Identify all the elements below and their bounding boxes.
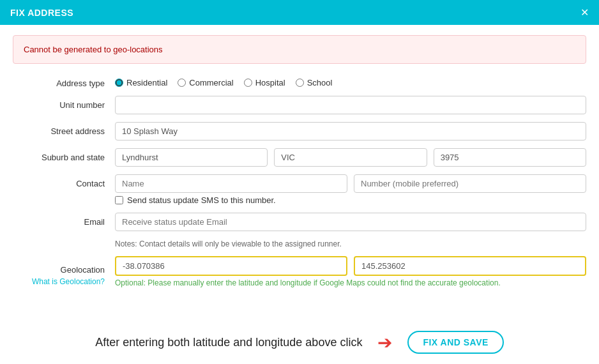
radio-residential[interactable]: Residential [115, 78, 167, 87]
modal-header: FIX ADDRESS ✕ [0, 0, 599, 25]
suburb-state-row: Suburb and state [13, 148, 586, 167]
suburb-state-control [115, 148, 586, 167]
email-row: Email [13, 213, 586, 231]
state-input[interactable] [274, 148, 427, 167]
sms-checkbox[interactable] [115, 196, 123, 204]
email-input[interactable] [115, 213, 586, 231]
fix-and-save-button[interactable]: FIX AND SAVE [407, 331, 503, 354]
geolocation-label: Geolocation [13, 261, 105, 275]
sms-label: Send status update SMS to this number. [127, 195, 276, 205]
modal-title: FIX ADDRESS [10, 8, 73, 18]
email-control [115, 213, 586, 231]
contact-row: Contact Send status update SMS to this n… [13, 174, 586, 205]
contact-inputs [115, 174, 586, 193]
contact-control: Send status update SMS to this number. [115, 174, 586, 205]
notes-control: Notes: Contact details will only be view… [115, 239, 586, 248]
unit-number-label: Unit number [13, 96, 115, 110]
suburb-input[interactable] [115, 148, 268, 167]
address-type-row: Address type Residential Commercial Hosp… [13, 74, 586, 88]
address-type-group: Residential Commercial Hospital School [115, 74, 586, 87]
street-address-row: Street address [13, 122, 586, 140]
sms-checkbox-row: Send status update SMS to this number. [115, 193, 586, 205]
longitude-input[interactable] [354, 256, 586, 276]
longitude-wrapper [354, 256, 586, 276]
fix-address-modal: FIX ADDRESS ✕ Cannot be generated to geo… [0, 0, 599, 364]
geo-note: Optional: Please manually enter the lati… [115, 278, 586, 287]
radio-commercial[interactable]: Commercial [178, 78, 233, 87]
address-type-label: Address type [13, 74, 115, 88]
unit-number-row: Unit number [13, 96, 586, 114]
contact-label: Contact [13, 174, 115, 188]
latitude-input[interactable] [115, 256, 347, 276]
close-button[interactable]: ✕ [580, 6, 589, 19]
arrow-icon: ➔ [377, 332, 392, 353]
suburb-state-label: Suburb and state [13, 148, 115, 162]
geolocation-control: Optional: Please manually enter the lati… [115, 256, 586, 287]
unit-number-input[interactable] [115, 96, 586, 114]
footer-text: After entering both latitude and longitu… [95, 336, 362, 349]
latitude-wrapper [115, 256, 347, 276]
radio-hospital[interactable]: Hospital [244, 78, 285, 87]
notes-row: Notes: Contact details will only be view… [13, 239, 586, 248]
footer: After entering both latitude and longitu… [0, 321, 599, 364]
error-banner: Cannot be generated to geo-locations [13, 35, 586, 64]
postcode-input[interactable] [434, 148, 586, 167]
modal-body: Cannot be generated to geo-locations Add… [0, 25, 599, 321]
error-message: Cannot be generated to geo-locations [24, 45, 163, 54]
unit-number-control [115, 96, 586, 114]
geolocation-label-col: Geolocation What is Geolocation? [13, 256, 115, 286]
contact-name-input[interactable] [115, 174, 347, 193]
contact-number-input[interactable] [354, 174, 586, 193]
radio-school[interactable]: School [296, 78, 333, 87]
street-address-label: Street address [13, 122, 115, 136]
street-address-input[interactable] [115, 122, 586, 140]
geolocation-row: Geolocation What is Geolocation? Optiona… [13, 256, 586, 287]
street-address-control [115, 122, 586, 140]
what-is-geolocation-link[interactable]: What is Geolocation? [13, 277, 105, 286]
email-label: Email [13, 213, 115, 227]
geo-inputs [115, 256, 586, 276]
notes-text: Notes: Contact details will only be view… [115, 238, 342, 248]
